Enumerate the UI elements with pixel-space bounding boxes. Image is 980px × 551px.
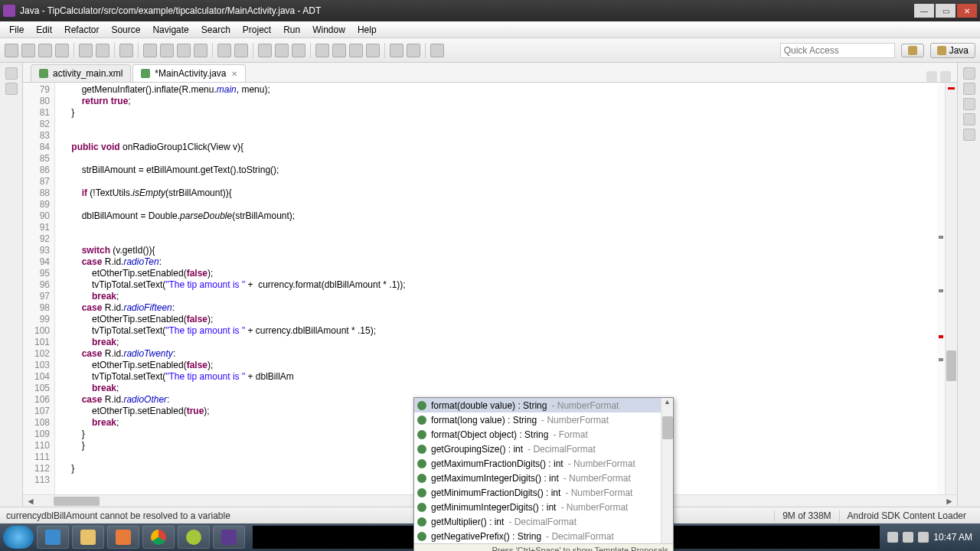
new-project-icon[interactable] [119,44,133,57]
toolbar-separator [74,43,74,58]
scrollbar-thumb[interactable] [662,416,673,439]
tab-label: activity_main.xml [53,68,122,79]
tray-network-icon[interactable] [918,532,929,543]
scrollbar-error-mark [948,87,955,90]
help-icon[interactable] [963,98,975,110]
overview-ruler[interactable] [937,83,945,494]
content-assist-item[interactable]: getMinimumFractionDigits() : int - Numbe… [414,485,673,500]
cheat-sheets-icon[interactable] [963,113,975,126]
content-assist-item[interactable]: format(Object object) : String - Format [414,427,673,442]
tray-volume-icon[interactable] [903,532,913,543]
java-perspective-icon [937,46,946,55]
start-button[interactable] [3,526,34,549]
content-assist-list[interactable]: format(double value) : String - NumberFo… [414,398,673,543]
build-icon[interactable] [79,44,93,57]
coverage-icon[interactable] [194,44,207,57]
content-assist-popup[interactable]: format(double value) : String - NumberFo… [413,397,674,551]
package-explorer-icon[interactable] [5,67,18,80]
taskbar-app-explorer[interactable] [72,526,104,549]
taskbar-app-wmp[interactable] [107,526,139,549]
new-package-icon[interactable] [217,44,231,57]
taskbar-app-chrome[interactable] [142,526,175,549]
content-assist-item[interactable]: format(double value) : String - NumberFo… [414,398,673,412]
content-assist-hint: Press 'Ctrl+Space' to show Template Prop… [414,543,673,551]
lint-icon[interactable] [349,44,363,57]
proposal-signature: format(double value) : String [431,400,547,411]
print-icon[interactable] [55,44,69,57]
menu-navigate[interactable]: Navigate [146,23,194,37]
proposal-origin: - NumberFormat [560,502,628,513]
open-type-icon[interactable] [258,44,272,57]
toolbar-separator [253,43,253,58]
system-tray[interactable]: 10:47 AM [887,532,977,543]
content-assist-item[interactable]: getMultiplier() : int - DecimalFormat [414,514,673,529]
content-assist-item[interactable]: format(long value) : String - NumberForm… [414,412,673,427]
close-tab-icon[interactable]: ✕ [231,70,237,78]
back-icon[interactable] [390,44,403,57]
maximize-view-icon[interactable] [940,71,951,82]
outline-icon[interactable] [963,83,975,95]
minimize-view-icon[interactable] [926,71,937,82]
toggle-mark-icon[interactable] [292,44,305,57]
content-assist-item[interactable]: getMaximumIntegerDigits() : int - Number… [414,471,673,485]
popup-scrollbar[interactable]: ▲ [661,398,673,543]
main-area: activity_main.xml*MainActivity.java✕ 798… [0,63,980,507]
menu-project[interactable]: Project [237,23,277,37]
taskbar-app-adt[interactable] [213,526,245,549]
run-icon[interactable] [160,44,174,57]
content-assist-item[interactable]: getMinimumIntegerDigits() : int - Number… [414,500,673,514]
progress-task: Android SDK Content Loader [839,510,974,521]
scrollbar-thumb[interactable] [946,350,956,381]
save-all-icon[interactable] [38,44,52,57]
vertical-scrollbar[interactable] [945,83,957,494]
taskbar-app-androidstudio[interactable] [178,526,210,549]
line-number-gutter: 7980818283848586878889909192939495969798… [23,83,55,494]
scrollbar-thumb[interactable] [54,497,100,506]
run-last-icon[interactable] [177,44,191,57]
problems-icon[interactable] [963,129,975,141]
java-perspective-button[interactable]: Java [930,43,975,58]
minimize-button[interactable]: — [914,4,934,18]
heap-status: 9M of 338M [774,510,838,521]
maximize-button[interactable]: ▭ [936,4,956,18]
method-icon [417,488,426,497]
menu-help[interactable]: Help [351,23,383,37]
debug-icon[interactable] [143,44,157,57]
editor-tab[interactable]: *MainActivity.java✕ [132,64,245,82]
taskbar-app-ie[interactable] [37,526,69,549]
content-assist-item[interactable]: getGroupingSize() : int - DecimalFormat [414,442,673,456]
build-all-icon[interactable] [96,44,109,57]
pin-icon[interactable] [430,44,444,57]
menu-edit[interactable]: Edit [30,23,58,37]
new-icon[interactable] [5,44,18,57]
tray-flag-icon[interactable] [887,532,898,543]
open-perspective-button[interactable] [901,44,924,57]
perspective-icon [908,46,917,55]
menu-run[interactable]: Run [277,23,306,37]
forward-icon[interactable] [407,44,420,57]
menu-window[interactable]: Window [306,23,351,37]
content-assist-item[interactable]: getNegativePrefix() : String - DecimalFo… [414,529,673,543]
menu-search[interactable]: Search [195,23,237,37]
toolbar-separator [310,43,311,58]
search-icon[interactable] [275,44,289,57]
tray-clock[interactable]: 10:47 AM [933,532,972,543]
proposal-signature: format(long value) : String [431,415,537,425]
close-button[interactable]: ✕ [957,4,977,18]
app-icon [3,5,15,17]
menu-file[interactable]: File [3,23,30,37]
menu-refactor[interactable]: Refactor [58,23,105,37]
editor-tab[interactable]: activity_main.xml [31,64,131,82]
menu-source[interactable]: Source [105,23,146,37]
outline-view-icon[interactable] [5,83,18,95]
proposal-origin: - NumberFormat [565,487,632,498]
avd-icon[interactable] [332,44,346,57]
task-list-icon[interactable] [963,67,975,80]
content-assist-item[interactable]: getMaximumFractionDigits() : int - Numbe… [414,456,673,471]
new-android-icon[interactable] [366,44,380,57]
android-sdk-icon[interactable] [315,44,329,57]
proposal-origin: - NumberFormat [568,458,635,469]
new-class-icon[interactable] [234,44,248,57]
quick-access-input[interactable] [780,43,895,58]
save-icon[interactable] [21,44,35,57]
